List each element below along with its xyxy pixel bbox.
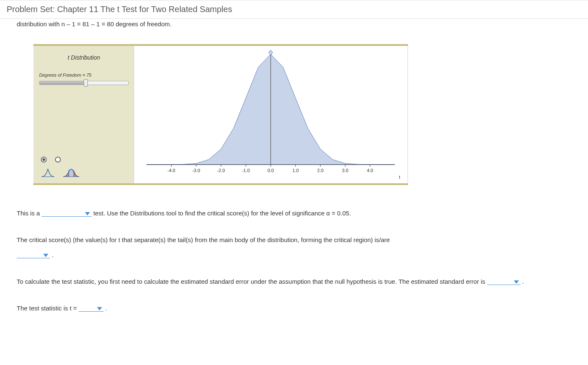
svg-text:2.0: 2.0: [317, 168, 324, 173]
chevron-down-icon: [97, 307, 102, 310]
intro-line: distribution with n – 1 = 81 – 1 = 80 de…: [0, 19, 588, 28]
test-type-dropdown[interactable]: [42, 212, 92, 217]
q2-text: The critical score(s) (the value(s) for …: [17, 236, 390, 243]
question-body: This is a test. Use the Distributions to…: [17, 206, 571, 316]
distribution-tool: t Distribution Degrees of Freedom = 75: [33, 44, 571, 185]
svg-text:3.0: 3.0: [342, 168, 348, 173]
shaded-curve-icon[interactable]: [62, 168, 80, 179]
distribution-chart: -4.0-3.0-2.0-1.00.01.02.03.04.0t: [134, 46, 407, 183]
q2-text-b: .: [52, 251, 53, 258]
svg-text:t: t: [399, 175, 400, 180]
q4-text-b: .: [105, 305, 107, 312]
svg-text:-4.0: -4.0: [167, 168, 175, 173]
tool-side-panel: t Distribution Degrees of Freedom = 75: [34, 46, 134, 183]
slider-thumb-icon[interactable]: [84, 79, 88, 87]
single-curve-icon[interactable]: [41, 168, 55, 179]
standard-error-dropdown[interactable]: [487, 280, 521, 285]
q4-text-a: The test statistic is t =: [17, 305, 77, 312]
svg-text:1.0: 1.0: [292, 168, 299, 173]
svg-text:0.0: 0.0: [267, 168, 274, 173]
svg-text:4.0: 4.0: [367, 168, 373, 173]
tool-bottom-bar: [33, 183, 408, 185]
radio-option-2[interactable]: [55, 157, 61, 162]
df-slider[interactable]: [39, 81, 129, 89]
chevron-down-icon: [43, 254, 48, 257]
radio-option-1[interactable]: [41, 157, 47, 162]
radio-group: [34, 153, 134, 166]
page-title: Problem Set: Chapter 11 The t Test for T…: [0, 0, 588, 19]
tool-title: t Distribution: [34, 54, 134, 61]
svg-text:-3.0: -3.0: [192, 168, 200, 173]
svg-text:-1.0: -1.0: [242, 168, 250, 173]
test-statistic-dropdown[interactable]: [79, 307, 104, 312]
chevron-down-icon: [514, 280, 519, 284]
critical-score-dropdown[interactable]: [17, 254, 50, 258]
degrees-of-freedom-label: Degrees of Freedom = 75: [39, 72, 134, 78]
q1-text-b: test. Use the Distributions tool to find…: [93, 210, 351, 217]
chevron-down-icon: [85, 212, 90, 215]
svg-text:-2.0: -2.0: [217, 168, 225, 173]
q1-text-a: This is a: [17, 210, 40, 217]
q3-text-b: .: [522, 278, 524, 285]
q3-text-a: To calculate the test statistic, you fir…: [17, 278, 485, 285]
